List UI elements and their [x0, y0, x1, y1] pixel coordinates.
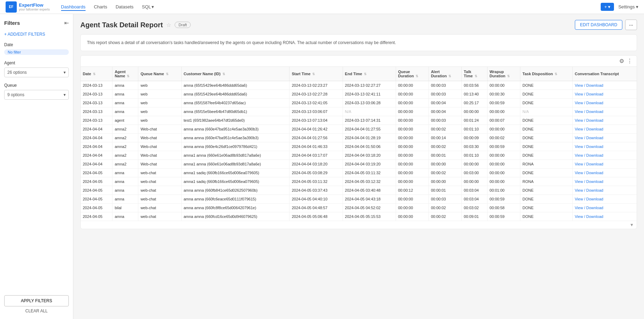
cell-alert-dur: 00:00:00 — [429, 160, 461, 169]
agent-chevron-icon: ▾ — [64, 70, 66, 75]
cell-transcript[interactable]: View / Download — [572, 186, 637, 195]
cell-disposition: RONA — [520, 177, 573, 186]
cell-wrapup: 00:00:00 — [487, 81, 520, 90]
cell-end: 2024-03-13 02:41:11 — [343, 90, 396, 99]
cell-customer: amna amna (660fcd16ce65d0d946079625) — [181, 212, 290, 221]
col-date[interactable]: Date ⇅ — [81, 67, 112, 81]
transcript-link: View / Download — [575, 162, 603, 166]
cell-agent: amna — [112, 90, 138, 99]
col-queue-name[interactable]: Queue Name ⇅ — [138, 67, 181, 81]
cell-customer: test1 (65f1982aee64b47df2d65de0) — [181, 116, 290, 125]
cell-transcript[interactable]: View / Download — [572, 160, 637, 169]
date-filter-badge[interactable]: No filter — [4, 49, 69, 55]
cell-transcript[interactable]: View / Download — [572, 116, 637, 125]
cell-end: 2024-04-05 03:40:48 — [343, 186, 396, 195]
cell-transcript[interactable]: View / Download — [572, 125, 637, 134]
filter-toolbar-icon[interactable]: ⚙ — [619, 58, 624, 64]
cell-transcript[interactable]: View / Download — [572, 204, 637, 212]
table-row: 2024-03-13 amna web amna (65f15429ee64b4… — [81, 90, 637, 99]
cell-date: 2024-04-04 — [81, 134, 112, 142]
nav-datasets[interactable]: Datasets — [116, 3, 133, 11]
table-row: 2024-04-05 bilal web-chat amna amna (660… — [81, 204, 637, 212]
cell-talk: 00:00:00 — [462, 107, 488, 116]
cell-transcript[interactable]: View / Download — [572, 134, 637, 142]
col-end-time[interactable]: End Time ⇅ — [343, 67, 396, 81]
col-customer-name[interactable]: Customer Name (ID) ⇅ — [181, 67, 290, 81]
cell-queue: web — [138, 116, 181, 125]
cell-start: 2024-03-13 07:13:04 — [290, 116, 343, 125]
clear-all-button[interactable]: CLEAR ALL — [4, 309, 69, 313]
cell-date: 2024-04-05 — [81, 212, 112, 221]
cell-queue: web-chat — [138, 204, 181, 212]
cell-transcript[interactable]: View / Download — [572, 99, 637, 107]
table-row: 2024-04-04 amna2 Web-chat amna amna (660… — [81, 142, 637, 151]
logo: EF ExpertFlow your fallcenter experts — [6, 1, 50, 13]
sidebar-collapse-icon[interactable]: ⇤ — [64, 20, 69, 26]
more-toolbar-icon[interactable]: ⋮ — [627, 58, 632, 64]
cell-talk: 00:03:04 — [462, 186, 488, 195]
table-row: 2024-03-13 agent web test1 (65f1982aee64… — [81, 116, 637, 125]
sql-chevron-icon: ▾ — [152, 4, 154, 9]
transcript-link: View / Download — [575, 127, 603, 131]
cell-disposition: DONE — [520, 169, 573, 177]
favorite-star-icon[interactable]: ☆ — [166, 22, 171, 28]
cell-customer: amna amna (660fc8f8ce65d0064207961e) — [181, 204, 290, 212]
cell-alert-dur: 00:00:03 — [429, 116, 461, 125]
cell-queue-dur: 00:00:00 — [396, 160, 429, 169]
cell-agent: amna2 — [112, 151, 138, 160]
cell-transcript[interactable]: View / Download — [572, 195, 637, 204]
data-table-container: ⚙ ⋮ Date ⇅ AgentName ⇅ Queue Name ⇅ Cust… — [80, 55, 637, 229]
col-agent-name[interactable]: AgentName ⇅ — [112, 67, 138, 81]
cell-start: 2024-04-05 03:11:32 — [290, 177, 343, 186]
cell-disposition: DONE — [520, 151, 573, 160]
col-talk-time[interactable]: TalkTime ⇅ — [462, 67, 488, 81]
apply-filters-button[interactable]: APPLY FILTERS — [4, 295, 69, 306]
agent-filter-section: Agent 26 options ▾ — [4, 61, 69, 77]
cell-wrapup: 00:00:00 — [487, 169, 520, 177]
cell-agent: amna — [112, 195, 138, 204]
cell-transcript[interactable]: View / Download — [572, 81, 637, 90]
queue-filter-select[interactable]: 9 options ▾ — [4, 90, 69, 100]
col-alert-duration[interactable]: AlertDuration ⇅ — [429, 67, 461, 81]
add-new-button[interactable]: + ▾ — [601, 3, 614, 11]
main-content: Agent Task Detail Report ☆ Draft EDIT DA… — [73, 14, 644, 319]
cell-end: 2024-03-13 02:27:27 — [343, 81, 396, 90]
cell-end: 2024-03-13 07:14:31 — [343, 116, 396, 125]
cell-transcript[interactable]: View / Download — [572, 212, 637, 221]
cell-transcript[interactable]: View / Download — [572, 142, 637, 151]
cell-start: 2024-04-04 01:46:33 — [290, 142, 343, 151]
sidebar-title: Filters — [4, 20, 20, 26]
page-title: Agent Task Detail Report — [80, 21, 163, 29]
cell-transcript[interactable]: View / Download — [572, 90, 637, 99]
cell-transcript[interactable]: View / Download — [572, 151, 637, 160]
add-filter-button[interactable]: + ADD/EDIT FILTERS — [4, 32, 69, 37]
agent-filter-select[interactable]: 26 options ▾ — [4, 68, 69, 77]
cell-transcript[interactable]: View / Download — [572, 177, 637, 186]
cell-agent: amna2 — [112, 160, 138, 169]
settings-button[interactable]: Settings ▾ — [618, 4, 638, 9]
cell-customer: amna amna (660fb841ce65d0262507960b) — [181, 186, 290, 195]
cell-transcript[interactable]: View / Download — [572, 169, 637, 177]
cell-date: 2024-04-04 — [81, 142, 112, 151]
cell-queue: web-chat — [138, 186, 181, 195]
cell-date: 2024-04-04 — [81, 125, 112, 134]
cell-alert-dur: 00:00:02 — [429, 212, 461, 221]
cell-transcript[interactable]: View / Download — [572, 107, 637, 116]
cell-date: 2024-03-13 — [81, 90, 112, 99]
cell-date: 2024-04-05 — [81, 186, 112, 195]
col-task-disposition[interactable]: Task Disposition ⇅ — [520, 67, 573, 81]
col-wrapup-duration[interactable]: WrapupDuration ⇅ — [487, 67, 520, 81]
more-options-button[interactable]: ··· — [625, 20, 637, 30]
nav-sql[interactable]: SQL ▾ — [142, 4, 154, 9]
cell-queue-dur: 00:00:00 — [396, 107, 429, 116]
edit-dashboard-button[interactable]: EDIT DASHBOARD — [575, 20, 622, 30]
col-queue-duration[interactable]: QueueDuration ⇅ — [396, 67, 429, 81]
nav-dashboards[interactable]: Dashboards — [61, 3, 86, 11]
cell-queue: web — [138, 81, 181, 90]
cell-queue-dur: 00:00:00 — [396, 142, 429, 151]
col-start-time[interactable]: Start Time ⇅ — [290, 67, 343, 81]
nav-charts[interactable]: Charts — [94, 3, 107, 11]
cell-queue-dur: 00:00:00 — [396, 177, 429, 186]
cell-queue: Web-chat — [138, 134, 181, 142]
cell-queue: web — [138, 107, 181, 116]
